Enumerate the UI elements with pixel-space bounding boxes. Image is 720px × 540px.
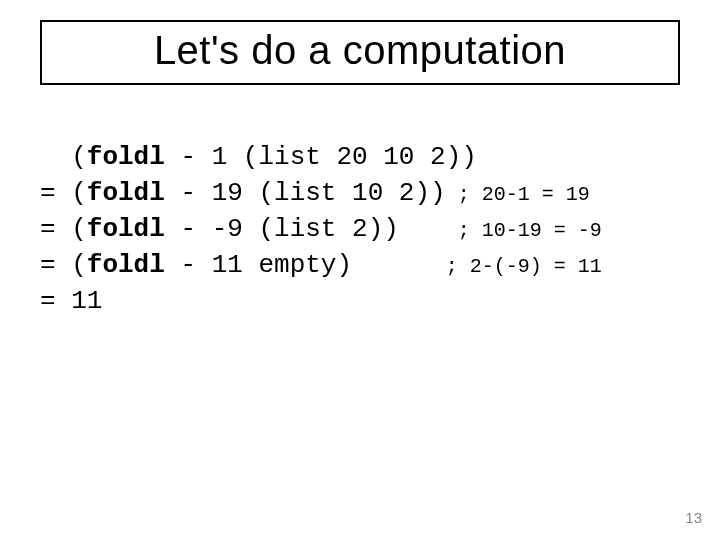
page-number: 13: [685, 509, 702, 526]
code-line: = (foldl - -9 (list 2)) ; 10-19 = -9: [40, 214, 602, 244]
slide-title: Let's do a computation: [52, 28, 668, 73]
code-line: = (foldl - 11 empty) ; 2-(-9) = 11: [40, 250, 602, 280]
code-line: = (foldl - 19 (list 10 2)) ; 20-1 = 19: [40, 178, 590, 208]
code-line: (foldl - 1 (list 20 10 2)): [40, 142, 477, 172]
code-block: (foldl - 1 (list 20 10 2)) = (foldl - 19…: [40, 140, 602, 319]
title-box: Let's do a computation: [40, 20, 680, 85]
code-line: = 11: [40, 286, 102, 316]
